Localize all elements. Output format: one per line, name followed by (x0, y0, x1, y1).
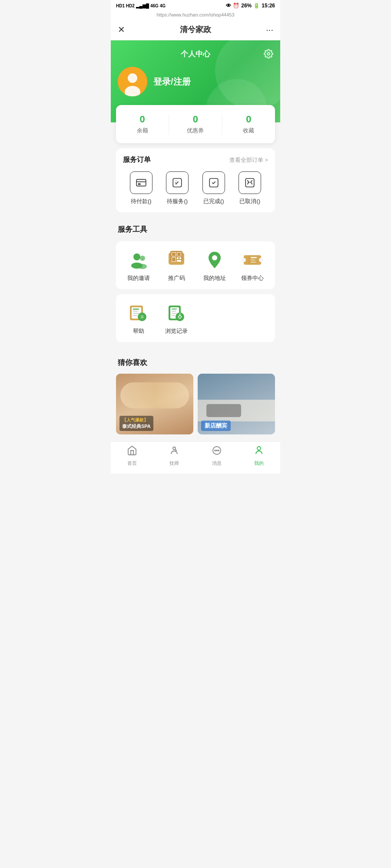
orders-section: 服务订单 查看全部订单 > 待付款() 待服务 (116, 148, 275, 212)
svg-rect-36 (133, 313, 139, 314)
tool-help[interactable]: ≡ 帮助 (119, 301, 158, 335)
svg-point-9 (133, 253, 140, 260)
help-icon: ≡ (127, 301, 150, 324)
coupon-icon (241, 248, 264, 271)
guess-title: 猜你喜欢 (116, 358, 275, 368)
completed-label: 已完成() (203, 197, 224, 205)
nav-technician[interactable]: 技师 (153, 445, 196, 467)
balance-label: 余额 (116, 127, 169, 135)
orders-grid: 待付款() 待服务() 已完成() (123, 171, 268, 205)
svg-point-48 (173, 447, 176, 450)
svg-point-26 (242, 258, 246, 262)
nav-technician-label: 技师 (169, 460, 179, 467)
cancelled-icon (239, 171, 261, 194)
svg-point-50 (215, 450, 215, 451)
status-left: HD1 HD2 ▂▄▆█ 46G 4G (116, 3, 166, 8)
svg-point-51 (216, 450, 217, 451)
view-all-orders-link[interactable]: 查看全部订单 > (229, 156, 268, 164)
nav-profile[interactable]: 我的 (238, 445, 281, 467)
tools-title: 服务工具 (116, 224, 275, 234)
guess-card-2[interactable]: 新店酬宾 (198, 374, 275, 434)
stat-coupon[interactable]: 0 优惠券 (169, 114, 222, 135)
status-bar: HD1 HD2 ▂▄▆█ 46G 4G 👁 ⏰ 26% 🔋 15:26 (111, 0, 280, 11)
orders-header: 服务订单 查看全部订单 > (123, 155, 268, 164)
nav-message-label: 消息 (212, 460, 222, 467)
svg-rect-20 (177, 260, 181, 262)
guess-card-1[interactable]: 【人气爆款】 泰式经典SPA (116, 374, 193, 434)
status-right: 👁 ⏰ 26% 🔋 15:26 (226, 3, 275, 9)
stats-card: 0 余额 0 优惠券 0 收藏 (116, 105, 275, 143)
pending-payment-label: 待付款() (131, 197, 152, 205)
svg-rect-43 (172, 311, 176, 312)
order-cancelled[interactable]: 已取消() (239, 171, 261, 205)
header-title: 个人中心 (118, 49, 273, 59)
url-bar: https://www.huzhan.com/ishop44453 (111, 11, 280, 19)
nav-profile-label: 我的 (254, 460, 264, 467)
header-user[interactable]: 登录/注册 (118, 67, 273, 96)
svg-rect-44 (172, 313, 177, 314)
tool-qrcode[interactable]: 推广码 (158, 248, 196, 282)
svg-point-0 (267, 53, 270, 55)
svg-point-10 (140, 256, 145, 261)
tools-grid-row2: ≡ 帮助 浏览记录 (116, 294, 275, 342)
svg-rect-37 (133, 315, 137, 316)
svg-point-2 (128, 73, 137, 83)
tool-address[interactable]: 我的地址 (196, 248, 234, 282)
orders-title: 服务订单 (123, 155, 151, 164)
more-button[interactable]: ··· (266, 25, 273, 35)
close-button[interactable]: ✕ (118, 24, 125, 35)
tools-section: 服务工具 我的邀请 (111, 217, 280, 351)
svg-rect-19 (179, 257, 181, 259)
eye-icon: 👁 (226, 3, 231, 9)
coupon-label: 领券中心 (241, 274, 264, 282)
nav-home-label: 首页 (127, 460, 137, 467)
address-label: 我的地址 (203, 274, 226, 282)
qrcode-icon (165, 248, 188, 271)
avatar[interactable] (118, 67, 147, 96)
svg-point-53 (257, 447, 261, 450)
tool-coupon[interactable]: 领券中心 (234, 248, 272, 282)
svg-rect-42 (172, 309, 177, 309)
battery-percent: 26% (241, 3, 252, 9)
cancelled-label: 已取消() (239, 197, 260, 205)
tools-grid-row1: 我的邀请 推广码 (116, 241, 275, 289)
qrcode-label: 推广码 (168, 274, 185, 282)
svg-rect-23 (172, 258, 176, 261)
nav-home[interactable]: 首页 (111, 445, 153, 467)
stat-balance[interactable]: 0 余额 (116, 114, 169, 135)
help-label: 帮助 (133, 327, 144, 335)
svg-rect-30 (251, 260, 255, 260)
home-icon (127, 445, 137, 458)
svg-point-52 (218, 450, 219, 451)
svg-rect-4 (136, 179, 146, 186)
completed-icon (202, 171, 225, 194)
svg-rect-21 (172, 253, 176, 256)
tool-invite[interactable]: 我的邀请 (119, 248, 158, 282)
settings-button[interactable] (264, 49, 273, 61)
order-completed[interactable]: 已完成() (202, 171, 225, 205)
guess-grid: 【人气爆款】 泰式经典SPA 新店酬宾 (116, 374, 275, 434)
order-pending-payment[interactable]: 待付款() (130, 171, 152, 205)
coupon-label: 优惠券 (169, 127, 222, 135)
coupon-number: 0 (169, 114, 222, 125)
svg-rect-29 (251, 257, 257, 258)
network-type: 46G 4G (150, 3, 166, 8)
history-label: 浏览记录 (165, 327, 188, 335)
svg-rect-8 (246, 178, 255, 187)
order-pending-service[interactable]: 待服务() (166, 171, 189, 205)
svg-text:≡: ≡ (140, 314, 143, 320)
svg-point-12 (138, 264, 147, 269)
nav-message[interactable]: 消息 (196, 445, 238, 467)
stat-favorites[interactable]: 0 收藏 (222, 114, 275, 135)
profile-icon (254, 445, 264, 458)
sim-info: HD1 HD2 (116, 3, 135, 8)
svg-point-27 (259, 258, 263, 262)
page-title: 清兮家政 (180, 24, 211, 35)
login-register-button[interactable]: 登录/注册 (153, 76, 191, 88)
message-icon (212, 445, 222, 458)
battery-icon: 🔋 (253, 3, 260, 9)
url-text: https://www.huzhan.com/ishop44453 (156, 12, 234, 17)
technician-icon (169, 445, 179, 458)
tool-history[interactable]: 浏览记录 (158, 301, 196, 335)
guess-img-1: 【人气爆款】 泰式经典SPA (116, 374, 193, 434)
